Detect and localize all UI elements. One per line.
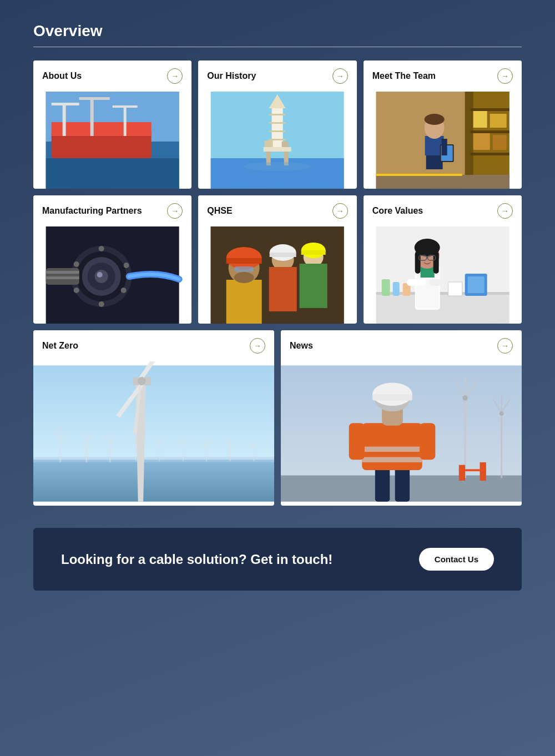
card-manufacturing-partners[interactable]: Manufacturing Partners → (33, 195, 191, 324)
svg-point-78 (234, 272, 254, 283)
svg-rect-36 (473, 133, 490, 150)
svg-rect-152 (349, 423, 365, 460)
svg-rect-68 (301, 250, 326, 255)
page-title: Overview (33, 22, 522, 40)
svg-point-57 (74, 261, 79, 267)
card-label-net-zero: Net Zero (42, 341, 78, 351)
svg-point-167 (500, 411, 504, 416)
svg-rect-23 (265, 140, 273, 147)
card-image-net-zero (33, 361, 274, 506)
svg-rect-169 (480, 462, 486, 481)
svg-rect-80 (376, 293, 509, 324)
svg-rect-83 (467, 276, 484, 293)
card-image-our-history (198, 92, 356, 189)
svg-rect-153 (420, 423, 435, 460)
svg-rect-150 (362, 447, 422, 452)
svg-rect-46 (376, 174, 462, 176)
svg-rect-77 (234, 266, 254, 272)
card-qhse[interactable]: QHSE → (198, 195, 356, 324)
svg-rect-149 (362, 423, 422, 470)
card-meet-the-team[interactable]: Meet The Team → (364, 61, 522, 189)
svg-rect-8 (79, 97, 110, 100)
svg-rect-59 (46, 271, 79, 274)
svg-point-41 (424, 114, 444, 125)
svg-rect-84 (448, 282, 462, 296)
svg-rect-86 (392, 282, 399, 296)
svg-point-25 (244, 162, 311, 171)
svg-rect-24 (282, 142, 289, 147)
svg-rect-60 (46, 276, 79, 279)
svg-rect-21 (269, 130, 286, 132)
svg-rect-163 (501, 412, 502, 478)
svg-rect-103 (59, 439, 61, 462)
cta-text: Looking for a cable solution? Get in tou… (61, 552, 332, 567)
arrow-icon-core-values: → (497, 203, 513, 219)
card-label-about-us: About Us (42, 71, 82, 81)
cards-row-2: Manufacturing Partners → (33, 195, 522, 324)
svg-rect-115 (135, 444, 137, 461)
svg-rect-31 (470, 130, 509, 133)
arrow-icon-our-history: → (332, 68, 348, 84)
card-image-meet-the-team (364, 92, 522, 189)
svg-rect-101 (33, 460, 274, 501)
svg-rect-5 (63, 103, 66, 136)
card-header-meet-the-team: Meet The Team → (364, 61, 522, 92)
card-label-meet-the-team: Meet The Team (372, 71, 436, 81)
svg-rect-135 (253, 447, 254, 461)
svg-rect-35 (490, 114, 506, 128)
arrow-icon-news: → (497, 338, 513, 354)
svg-rect-22 (269, 139, 286, 140)
svg-point-52 (99, 246, 104, 251)
card-net-zero[interactable]: Net Zero → (33, 330, 274, 506)
svg-rect-14 (264, 147, 291, 152)
svg-point-62 (97, 272, 103, 278)
svg-rect-10 (113, 105, 138, 108)
card-image-news (281, 361, 522, 506)
card-header-qhse: QHSE → (198, 195, 356, 226)
svg-rect-7 (90, 97, 94, 136)
card-core-values[interactable]: Core Values → (364, 195, 522, 324)
card-image-core-values (364, 226, 522, 324)
card-label-manufacturing-partners: Manufacturing Partners (42, 206, 142, 216)
svg-rect-66 (300, 264, 327, 308)
svg-rect-4 (52, 122, 152, 136)
svg-rect-37 (492, 135, 506, 150)
svg-rect-9 (124, 105, 127, 136)
svg-rect-123 (183, 446, 184, 461)
svg-rect-85 (381, 279, 390, 296)
card-label-our-history: Our History (207, 71, 256, 81)
svg-rect-76 (226, 258, 262, 264)
card-label-core-values: Core Values (372, 206, 423, 216)
svg-rect-34 (473, 111, 487, 128)
svg-rect-45 (376, 175, 509, 189)
svg-rect-74 (226, 280, 262, 324)
svg-rect-168 (459, 465, 465, 481)
card-label-news: News (290, 341, 313, 351)
svg-point-55 (99, 301, 104, 307)
svg-rect-30 (470, 108, 509, 111)
svg-rect-19 (269, 114, 286, 115)
svg-rect-44 (441, 139, 447, 155)
arrow-icon-net-zero: → (250, 338, 265, 354)
svg-rect-151 (362, 457, 422, 462)
arrow-icon-about-us: → (167, 68, 183, 84)
card-news[interactable]: News → (281, 330, 522, 506)
card-label-qhse: QHSE (207, 206, 232, 216)
svg-rect-98 (406, 279, 426, 286)
card-about-us[interactable]: About Us → (33, 61, 191, 189)
card-our-history[interactable]: Our History → (198, 61, 356, 189)
svg-point-56 (74, 288, 79, 293)
svg-rect-32 (470, 153, 509, 155)
contact-us-button[interactable]: Contact Us (419, 548, 494, 571)
svg-point-53 (124, 263, 129, 268)
arrow-icon-meet-the-team: → (497, 68, 513, 84)
svg-point-54 (121, 288, 127, 293)
cards-row-1: About Us → (33, 61, 522, 189)
card-image-manufacturing-partners (33, 226, 191, 324)
svg-rect-102 (33, 457, 274, 462)
cta-section: Looking for a cable solution? Get in tou… (33, 528, 522, 591)
card-header-manufacturing-partners: Manufacturing Partners → (33, 195, 191, 226)
svg-rect-157 (372, 394, 412, 400)
svg-rect-6 (52, 103, 79, 105)
card-header-core-values: Core Values → (364, 195, 522, 226)
